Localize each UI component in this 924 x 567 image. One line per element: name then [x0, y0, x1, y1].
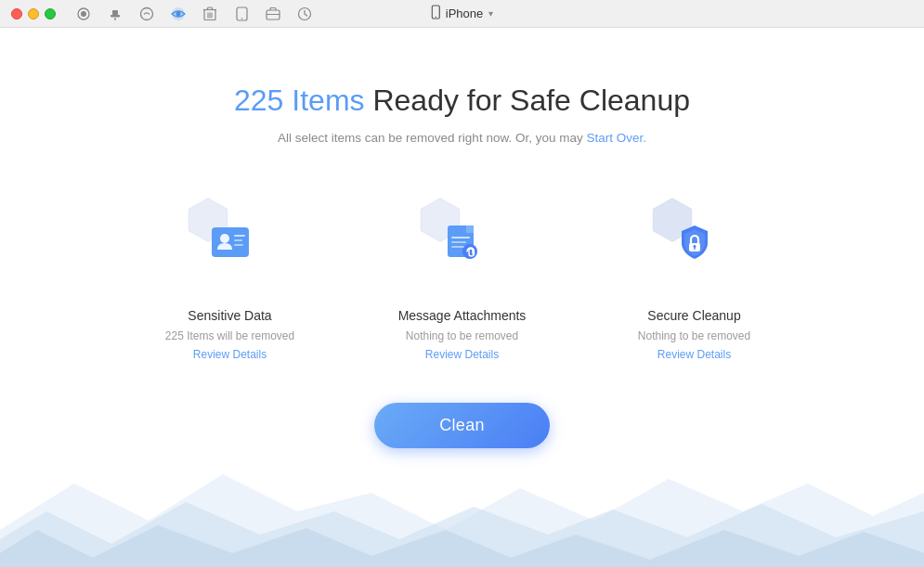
tablet-icon[interactable]	[232, 5, 251, 23]
message-attachments-review-link[interactable]: Review Details	[425, 348, 499, 361]
message-attachments-icon-wrapper	[411, 191, 514, 293]
secure-cleanup-review-link[interactable]: Review Details	[657, 348, 731, 361]
sensitive-data-card: Sensitive Data 225 Items will be removed…	[151, 191, 309, 361]
svg-rect-3	[112, 10, 118, 15]
message-attachments-desc: Nothing to be removed	[406, 329, 518, 344]
message-attachments-title: Message Attachments	[398, 308, 527, 323]
svg-rect-4	[114, 18, 116, 19]
titlebar: ✕ − +	[0, 0, 924, 28]
svg-point-17	[220, 234, 229, 243]
secure-cleanup-icon-wrapper	[644, 191, 746, 293]
secure-cleanup-icon	[670, 218, 719, 266]
clean-button[interactable]: Clean	[374, 403, 550, 448]
svg-point-11	[241, 18, 242, 19]
svg-rect-18	[234, 235, 245, 237]
svg-point-26	[462, 244, 477, 259]
main-content: 225 Items Ready for Safe Cleanup All sel…	[0, 28, 924, 448]
toolbar-icons	[74, 5, 314, 23]
secure-cleanup-desc: Nothing to be removed	[638, 329, 750, 344]
svg-point-15	[435, 17, 436, 18]
podcast-icon[interactable]	[74, 5, 93, 23]
device-selector[interactable]: iPhone ▾	[431, 5, 493, 22]
svg-rect-20	[234, 244, 243, 246]
maximize-button[interactable]: +	[45, 8, 56, 19]
cards-row: Sensitive Data 225 Items will be removed…	[151, 191, 774, 361]
subtitle-text: All select items can be removed right no…	[278, 131, 586, 145]
close-button[interactable]: ✕	[11, 8, 22, 19]
svg-point-0	[81, 11, 86, 17]
message-attachments-hexagon	[416, 196, 509, 289]
headline-text: Ready for Safe Cleanup	[365, 84, 690, 117]
svg-point-7	[176, 11, 181, 16]
eye-icon[interactable]	[169, 5, 188, 23]
svg-rect-9	[208, 7, 213, 10]
clock-icon[interactable]	[295, 5, 314, 23]
mountain-landscape	[0, 437, 924, 567]
message-icon[interactable]	[137, 5, 156, 23]
start-over-link[interactable]: Start Over.	[586, 131, 646, 145]
briefcase-icon[interactable]	[264, 5, 282, 23]
svg-point-5	[141, 7, 153, 19]
secure-cleanup-card: Secure Cleanup Nothing to be removed Rev…	[616, 191, 774, 361]
phone-icon	[431, 5, 440, 22]
message-attachments-card: Message Attachments Nothing to be remove…	[384, 191, 541, 361]
sensitive-data-icon	[206, 218, 254, 266]
stamp-icon[interactable]	[106, 5, 124, 23]
svg-rect-22	[466, 226, 474, 233]
svg-rect-2	[111, 15, 120, 18]
minimize-button[interactable]: −	[28, 8, 39, 19]
sensitive-data-title: Sensitive Data	[188, 308, 271, 323]
svg-rect-16	[212, 227, 249, 257]
headline-count: 225 Items	[234, 84, 365, 117]
secure-cleanup-hexagon	[648, 196, 741, 289]
traffic-lights: ✕ − +	[11, 8, 56, 19]
sensitive-data-review-link[interactable]: Review Details	[193, 348, 267, 361]
svg-rect-23	[451, 237, 470, 238]
subtitle: All select items can be removed right no…	[278, 131, 646, 145]
message-attachments-icon	[438, 218, 487, 266]
trash-icon[interactable]	[201, 5, 219, 23]
device-name: iPhone	[446, 6, 483, 20]
sensitive-data-desc: 225 Items will be removed	[165, 329, 294, 344]
sensitive-data-hexagon	[184, 196, 277, 289]
headline: 225 Items Ready for Safe Cleanup	[234, 84, 690, 118]
svg-rect-24	[451, 241, 466, 243]
svg-rect-29	[694, 248, 695, 251]
svg-rect-19	[234, 239, 242, 241]
chevron-down-icon: ▾	[488, 8, 493, 19]
sensitive-data-icon-wrapper	[179, 191, 281, 293]
secure-cleanup-title: Secure Cleanup	[647, 308, 740, 323]
